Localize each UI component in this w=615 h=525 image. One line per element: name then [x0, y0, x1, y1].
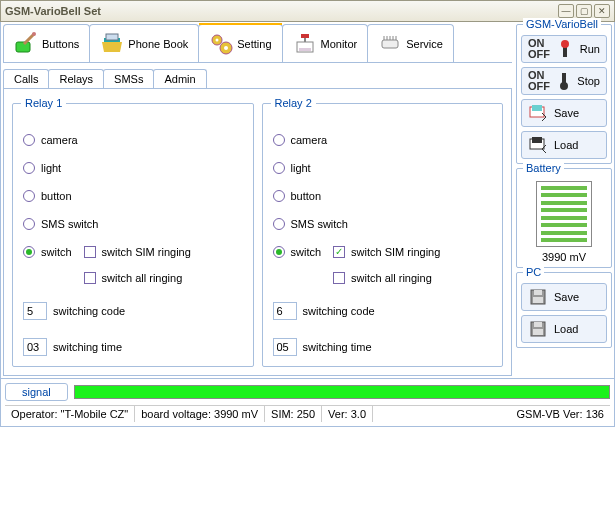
tab-label: Buttons — [42, 38, 79, 50]
window-title: GSM-VarioBell Set — [5, 5, 556, 17]
svg-rect-24 — [532, 137, 542, 143]
status-bar: Operator: "T-Mobile CZ" board voltage: 3… — [5, 405, 610, 422]
relay1-radio-camera[interactable] — [23, 134, 35, 146]
relay2-radio-light[interactable] — [273, 162, 285, 174]
relays-panel: Relay 1 camera light button SMS switch s… — [3, 88, 512, 376]
relay1-radio-switch[interactable] — [23, 246, 35, 258]
relay2-check-allringing[interactable] — [333, 272, 345, 284]
main-tabs: Buttons Phone Book Setting Monitor Servi… — [3, 24, 512, 63]
status-gsmvb-ver: GSM-VB Ver: 136 — [511, 406, 610, 422]
battery-value: 3990 mV — [521, 251, 607, 263]
tab-monitor[interactable]: Monitor — [282, 24, 369, 62]
gsm-save-button[interactable]: Save — [521, 99, 607, 127]
switch-black-icon — [556, 71, 571, 91]
signal-label: signal — [5, 383, 68, 401]
run-button[interactable]: ONOFF Run — [521, 35, 607, 63]
relay2-radio-button[interactable] — [273, 190, 285, 202]
subtab-smss[interactable]: SMSs — [103, 69, 154, 88]
svg-rect-26 — [534, 290, 542, 295]
group-legend: Relay 2 — [271, 97, 316, 109]
svg-point-6 — [224, 46, 228, 50]
svg-rect-29 — [534, 322, 542, 327]
svg-rect-8 — [301, 34, 309, 38]
floppy-icon — [528, 287, 548, 307]
subtab-admin[interactable]: Admin — [153, 69, 206, 88]
relay2-switching-code[interactable] — [273, 302, 297, 320]
svg-point-20 — [560, 82, 568, 90]
svg-rect-27 — [533, 297, 543, 303]
sub-tabs: Calls Relays SMSs Admin — [3, 69, 512, 88]
relay1-group: Relay 1 camera light button SMS switch s… — [12, 103, 254, 367]
pc-group: PC Save Load — [516, 272, 612, 348]
close-button[interactable]: ✕ — [594, 4, 610, 18]
svg-point-18 — [561, 40, 569, 48]
tab-label: Monitor — [321, 38, 358, 50]
status-board-voltage: board voltage: 3990 mV — [135, 406, 265, 422]
relay1-switching-time[interactable] — [23, 338, 47, 356]
tab-label: Service — [406, 38, 443, 50]
svg-point-1 — [32, 32, 36, 36]
floppy-icon — [528, 319, 548, 339]
group-legend: Relay 1 — [21, 97, 66, 109]
save-to-device-icon — [528, 103, 548, 123]
group-legend: GSM-VarioBell — [523, 18, 601, 30]
battery-icon — [536, 181, 592, 247]
service-icon — [378, 32, 402, 56]
stop-button[interactable]: ONOFF Stop — [521, 67, 607, 95]
onoff-icon: ONOFF — [528, 38, 550, 60]
pc-load-button[interactable]: Load — [521, 315, 607, 343]
relay2-check-simringing[interactable] — [333, 246, 345, 258]
svg-rect-2 — [106, 34, 118, 40]
tab-service[interactable]: Service — [367, 24, 454, 62]
gsm-variobell-group: GSM-VarioBell ONOFF Run ONOFF Stop Save … — [516, 24, 612, 164]
pc-save-button[interactable]: Save — [521, 283, 607, 311]
minimize-button[interactable]: — — [558, 4, 574, 18]
status-sim: SIM: 250 — [265, 406, 322, 422]
subtab-calls[interactable]: Calls — [3, 69, 49, 88]
svg-rect-11 — [382, 40, 398, 48]
switch-red-icon — [556, 39, 574, 59]
relay1-radio-smsswitch[interactable] — [23, 218, 35, 230]
svg-point-4 — [216, 38, 219, 41]
svg-rect-0 — [16, 42, 30, 52]
signal-row: signal — [5, 383, 610, 401]
buttons-icon — [14, 32, 38, 56]
relay2-radio-camera[interactable] — [273, 134, 285, 146]
setting-icon — [209, 32, 233, 56]
relay1-check-simringing[interactable] — [84, 246, 96, 258]
tab-setting[interactable]: Setting — [198, 24, 282, 62]
group-legend: Battery — [523, 162, 564, 174]
status-ver: Ver: 3.0 — [322, 406, 373, 422]
relay2-group: Relay 2 camera light button SMS switch s… — [262, 103, 504, 367]
tab-label: Phone Book — [128, 38, 188, 50]
group-legend: PC — [523, 266, 544, 278]
relay1-check-allringing[interactable] — [84, 272, 96, 284]
svg-rect-10 — [299, 48, 311, 51]
status-operator: Operator: "T-Mobile CZ" — [5, 406, 135, 422]
relay1-radio-light[interactable] — [23, 162, 35, 174]
monitor-icon — [293, 32, 317, 56]
phonebook-icon — [100, 32, 124, 56]
maximize-button[interactable]: ▢ — [576, 4, 592, 18]
battery-group: Battery 3990 mV — [516, 168, 612, 268]
svg-rect-22 — [532, 105, 542, 111]
signal-bar — [74, 385, 610, 399]
subtab-relays[interactable]: Relays — [48, 69, 104, 88]
load-from-device-icon — [528, 135, 548, 155]
relay1-switching-code[interactable] — [23, 302, 47, 320]
tab-phonebook[interactable]: Phone Book — [89, 24, 199, 62]
relay2-radio-switch[interactable] — [273, 246, 285, 258]
tab-buttons[interactable]: Buttons — [3, 24, 90, 62]
relay2-radio-smsswitch[interactable] — [273, 218, 285, 230]
onoff-icon: ONOFF — [528, 70, 550, 92]
svg-rect-30 — [533, 329, 543, 335]
relay2-switching-time[interactable] — [273, 338, 297, 356]
relay1-radio-button[interactable] — [23, 190, 35, 202]
gsm-load-button[interactable]: Load — [521, 131, 607, 159]
tab-label: Setting — [237, 38, 271, 50]
